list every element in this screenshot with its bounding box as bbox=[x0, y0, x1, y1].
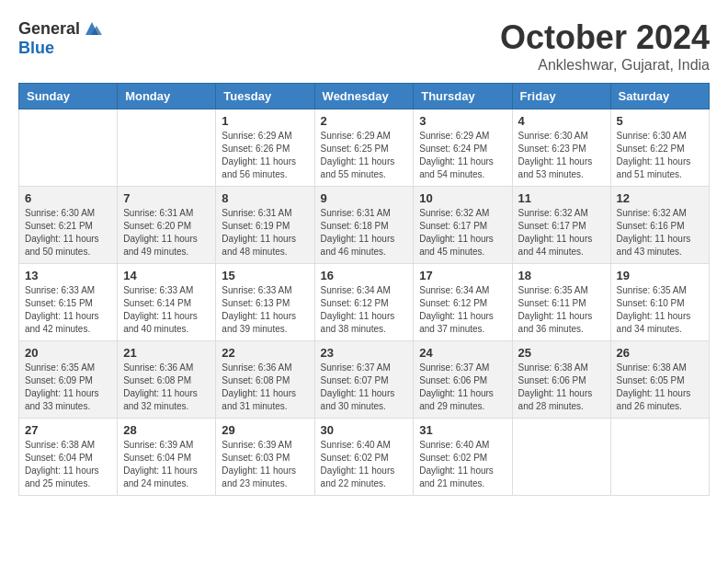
logo-blue-text: Blue bbox=[18, 39, 54, 58]
logo-icon bbox=[82, 18, 102, 39]
day-info: Sunrise: 6:34 AMSunset: 6:12 PMDaylight:… bbox=[419, 284, 506, 336]
day-number: 12 bbox=[617, 191, 703, 205]
day-info: Sunrise: 6:38 AMSunset: 6:06 PMDaylight:… bbox=[518, 362, 605, 413]
day-number: 24 bbox=[419, 346, 506, 360]
calendar-cell: 11 Sunrise: 6:32 AMSunset: 6:17 PMDaylig… bbox=[512, 187, 610, 264]
calendar-cell: 16 Sunrise: 6:34 AMSunset: 6:12 PMDaylig… bbox=[314, 264, 414, 341]
month-title: October 2024 bbox=[500, 18, 710, 57]
logo-general-text: General bbox=[18, 19, 80, 39]
day-info: Sunrise: 6:31 AMSunset: 6:18 PMDaylight:… bbox=[321, 207, 408, 259]
day-number: 6 bbox=[25, 191, 111, 205]
day-info: Sunrise: 6:39 AMSunset: 6:04 PMDaylight:… bbox=[123, 439, 210, 490]
calendar-week-row: 1 Sunrise: 6:29 AMSunset: 6:26 PMDayligh… bbox=[19, 109, 710, 187]
day-info: Sunrise: 6:29 AMSunset: 6:24 PMDaylight:… bbox=[419, 130, 506, 181]
calendar-cell bbox=[610, 419, 709, 496]
calendar-cell: 10 Sunrise: 6:32 AMSunset: 6:17 PMDaylig… bbox=[414, 187, 512, 264]
day-info: Sunrise: 6:31 AMSunset: 6:20 PMDaylight:… bbox=[123, 207, 210, 259]
calendar-cell: 17 Sunrise: 6:34 AMSunset: 6:12 PMDaylig… bbox=[414, 264, 512, 341]
calendar-week-row: 6 Sunrise: 6:30 AMSunset: 6:21 PMDayligh… bbox=[19, 187, 710, 264]
day-number: 14 bbox=[123, 269, 210, 282]
day-info: Sunrise: 6:33 AMSunset: 6:14 PMDaylight:… bbox=[123, 284, 210, 336]
calendar-cell: 28 Sunrise: 6:39 AMSunset: 6:04 PMDaylig… bbox=[118, 419, 216, 496]
day-number: 16 bbox=[321, 269, 408, 282]
calendar-cell: 22 Sunrise: 6:36 AMSunset: 6:08 PMDaylig… bbox=[216, 341, 314, 419]
day-info: Sunrise: 6:33 AMSunset: 6:13 PMDaylight:… bbox=[222, 284, 308, 336]
calendar-day-header: Friday bbox=[512, 84, 610, 109]
day-info: Sunrise: 6:30 AMSunset: 6:21 PMDaylight:… bbox=[25, 207, 111, 259]
calendar-cell: 30 Sunrise: 6:40 AMSunset: 6:02 PMDaylig… bbox=[314, 419, 414, 496]
calendar-day-header: Tuesday bbox=[216, 84, 314, 109]
calendar-cell: 31 Sunrise: 6:40 AMSunset: 6:02 PMDaylig… bbox=[414, 419, 512, 496]
day-number: 21 bbox=[123, 346, 210, 360]
calendar-cell: 5 Sunrise: 6:30 AMSunset: 6:22 PMDayligh… bbox=[610, 109, 709, 187]
title-section: October 2024 Ankleshwar, Gujarat, India bbox=[500, 18, 710, 74]
calendar-day-header: Sunday bbox=[19, 84, 118, 109]
calendar-cell: 9 Sunrise: 6:31 AMSunset: 6:18 PMDayligh… bbox=[314, 187, 414, 264]
day-number: 5 bbox=[617, 114, 703, 128]
day-number: 23 bbox=[321, 346, 408, 360]
calendar-cell: 29 Sunrise: 6:39 AMSunset: 6:03 PMDaylig… bbox=[216, 419, 314, 496]
calendar-week-row: 13 Sunrise: 6:33 AMSunset: 6:15 PMDaylig… bbox=[19, 264, 710, 341]
day-number: 29 bbox=[222, 423, 308, 437]
day-info: Sunrise: 6:38 AMSunset: 6:05 PMDaylight:… bbox=[617, 362, 703, 413]
calendar-cell: 27 Sunrise: 6:38 AMSunset: 6:04 PMDaylig… bbox=[19, 419, 118, 496]
day-info: Sunrise: 6:37 AMSunset: 6:07 PMDaylight:… bbox=[321, 362, 408, 413]
calendar-week-row: 20 Sunrise: 6:35 AMSunset: 6:09 PMDaylig… bbox=[19, 341, 710, 419]
day-number: 13 bbox=[25, 269, 111, 282]
day-info: Sunrise: 6:33 AMSunset: 6:15 PMDaylight:… bbox=[25, 284, 111, 336]
calendar-day-header: Wednesday bbox=[314, 84, 414, 109]
day-info: Sunrise: 6:36 AMSunset: 6:08 PMDaylight:… bbox=[222, 362, 308, 413]
calendar-week-row: 27 Sunrise: 6:38 AMSunset: 6:04 PMDaylig… bbox=[19, 419, 710, 496]
day-number: 1 bbox=[222, 114, 308, 128]
calendar-cell: 20 Sunrise: 6:35 AMSunset: 6:09 PMDaylig… bbox=[19, 341, 118, 419]
calendar-cell bbox=[19, 109, 118, 187]
page-header: General Blue October 2024 Ankleshwar, Gu… bbox=[18, 18, 710, 74]
calendar-day-header: Thursday bbox=[414, 84, 512, 109]
day-number: 2 bbox=[321, 114, 408, 128]
day-number: 31 bbox=[419, 423, 506, 437]
calendar-cell: 19 Sunrise: 6:35 AMSunset: 6:10 PMDaylig… bbox=[610, 264, 709, 341]
day-number: 19 bbox=[617, 269, 703, 282]
day-number: 28 bbox=[123, 423, 210, 437]
day-info: Sunrise: 6:36 AMSunset: 6:08 PMDaylight:… bbox=[123, 362, 210, 413]
calendar-cell bbox=[118, 109, 216, 187]
day-number: 9 bbox=[321, 191, 408, 205]
day-number: 3 bbox=[419, 114, 506, 128]
day-number: 30 bbox=[321, 423, 408, 437]
day-number: 7 bbox=[123, 191, 210, 205]
calendar-cell: 15 Sunrise: 6:33 AMSunset: 6:13 PMDaylig… bbox=[216, 264, 314, 341]
calendar-cell: 21 Sunrise: 6:36 AMSunset: 6:08 PMDaylig… bbox=[118, 341, 216, 419]
calendar-day-header: Saturday bbox=[610, 84, 709, 109]
location-title: Ankleshwar, Gujarat, India bbox=[500, 57, 710, 74]
day-info: Sunrise: 6:40 AMSunset: 6:02 PMDaylight:… bbox=[419, 439, 506, 490]
calendar-cell: 12 Sunrise: 6:32 AMSunset: 6:16 PMDaylig… bbox=[610, 187, 709, 264]
day-info: Sunrise: 6:31 AMSunset: 6:19 PMDaylight:… bbox=[222, 207, 308, 259]
day-number: 26 bbox=[617, 346, 703, 360]
calendar-cell: 6 Sunrise: 6:30 AMSunset: 6:21 PMDayligh… bbox=[19, 187, 118, 264]
day-info: Sunrise: 6:32 AMSunset: 6:16 PMDaylight:… bbox=[617, 207, 703, 259]
day-info: Sunrise: 6:30 AMSunset: 6:22 PMDaylight:… bbox=[617, 130, 703, 181]
day-number: 18 bbox=[518, 269, 605, 282]
day-number: 27 bbox=[25, 423, 111, 437]
day-number: 4 bbox=[518, 114, 605, 128]
day-number: 25 bbox=[518, 346, 605, 360]
day-number: 11 bbox=[518, 191, 605, 205]
day-info: Sunrise: 6:34 AMSunset: 6:12 PMDaylight:… bbox=[321, 284, 408, 336]
day-info: Sunrise: 6:35 AMSunset: 6:10 PMDaylight:… bbox=[617, 284, 703, 336]
calendar-cell: 24 Sunrise: 6:37 AMSunset: 6:06 PMDaylig… bbox=[414, 341, 512, 419]
calendar-day-header: Monday bbox=[118, 84, 216, 109]
calendar-cell: 13 Sunrise: 6:33 AMSunset: 6:15 PMDaylig… bbox=[19, 264, 118, 341]
calendar-header-row: SundayMondayTuesdayWednesdayThursdayFrid… bbox=[19, 84, 710, 109]
day-info: Sunrise: 6:29 AMSunset: 6:26 PMDaylight:… bbox=[222, 130, 308, 181]
day-info: Sunrise: 6:35 AMSunset: 6:11 PMDaylight:… bbox=[518, 284, 605, 336]
day-number: 8 bbox=[222, 191, 308, 205]
calendar-cell: 1 Sunrise: 6:29 AMSunset: 6:26 PMDayligh… bbox=[216, 109, 314, 187]
calendar-cell: 25 Sunrise: 6:38 AMSunset: 6:06 PMDaylig… bbox=[512, 341, 610, 419]
calendar-cell: 2 Sunrise: 6:29 AMSunset: 6:25 PMDayligh… bbox=[314, 109, 414, 187]
calendar-cell: 14 Sunrise: 6:33 AMSunset: 6:14 PMDaylig… bbox=[118, 264, 216, 341]
calendar-cell: 26 Sunrise: 6:38 AMSunset: 6:05 PMDaylig… bbox=[610, 341, 709, 419]
day-info: Sunrise: 6:37 AMSunset: 6:06 PMDaylight:… bbox=[419, 362, 506, 413]
day-info: Sunrise: 6:30 AMSunset: 6:23 PMDaylight:… bbox=[518, 130, 605, 181]
calendar-cell: 18 Sunrise: 6:35 AMSunset: 6:11 PMDaylig… bbox=[512, 264, 610, 341]
day-info: Sunrise: 6:29 AMSunset: 6:25 PMDaylight:… bbox=[321, 130, 408, 181]
